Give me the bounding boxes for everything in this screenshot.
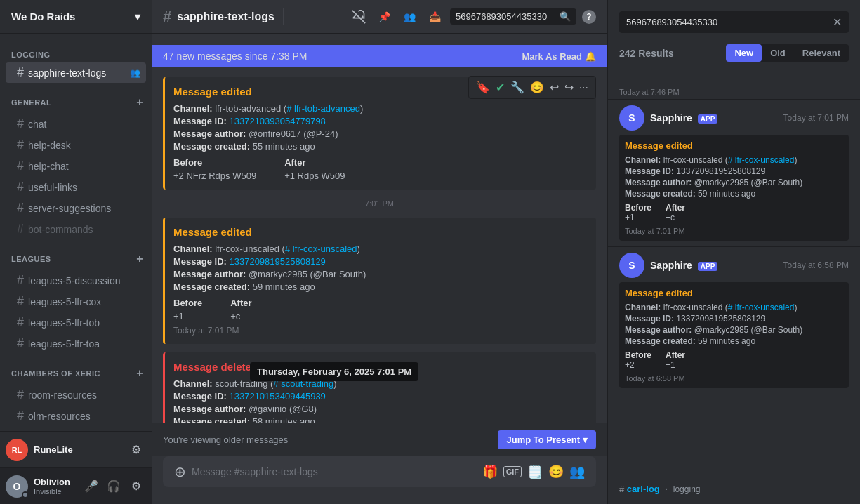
mute-button[interactable]: 🎤 xyxy=(81,477,101,496)
emoji-button[interactable]: 😊 xyxy=(548,464,564,479)
message-id-link-2[interactable]: 1337209819525808129 xyxy=(229,256,325,267)
result-content-2: Message edited Channel: lfr-cox-unscaled… xyxy=(619,282,849,388)
sidebar-item-server-suggestions[interactable]: # server-suggestions xyxy=(6,198,146,218)
search-close-button[interactable]: ✕ xyxy=(833,15,842,29)
right-panel-header: 569676893054435330 ✕ 242 Results New Old… xyxy=(608,0,860,79)
r1-channel-link[interactable]: # lfr-cox-unscaled xyxy=(728,155,795,165)
tool-forward-button[interactable]: ↪ xyxy=(563,79,575,95)
add-attachment-button[interactable]: ⊕ xyxy=(174,456,186,487)
section-logging: LOGGING xyxy=(0,39,152,62)
mark-read-button[interactable]: Mark As Read 🔔 xyxy=(522,51,597,62)
members-icon: 👥 xyxy=(130,68,140,78)
inbox-button[interactable]: 📥 xyxy=(425,7,444,27)
sidebar-item-sapphire-text-logs[interactable]: # sapphire-text-logs 👥 xyxy=(6,62,146,83)
result-author-1: Sapphire xyxy=(650,112,692,124)
channel-link-2[interactable]: # lfr-cox-unscaled xyxy=(285,244,357,254)
pin-button[interactable]: 📌 xyxy=(374,7,394,27)
runelite-info: RuneLite xyxy=(34,444,121,455)
channel-label: bot-commands xyxy=(28,224,140,235)
log-field-channel-3: Channel: scout-trading (# scout-trading) xyxy=(173,378,588,389)
tab-old[interactable]: Old xyxy=(762,44,794,62)
tool-tag-button[interactable]: 🔖 xyxy=(475,79,491,95)
sidebar-item-leagues-5-discussion[interactable]: # leagues-5-discussion xyxy=(6,270,146,291)
log-field-created-3: Message created: 58 minutes ago xyxy=(173,416,588,423)
search-bar[interactable]: 569676893054435330 🔍 xyxy=(450,8,576,25)
settings-button[interactable]: ⚙ xyxy=(126,477,146,496)
tab-new[interactable]: New xyxy=(726,44,762,62)
channel-link-1[interactable]: # lfr-tob-advanced xyxy=(286,103,360,114)
channel-list: LOGGING # sapphire-text-logs 👥 GENERAL +… xyxy=(0,34,152,431)
channel-label: leagues-5-lfr-tob xyxy=(28,317,140,329)
add-chambers-button[interactable]: + xyxy=(133,366,146,381)
tool-smile-button[interactable]: 😊 xyxy=(529,79,545,95)
channel-link-3[interactable]: # scout-trading xyxy=(273,378,333,389)
gif-button[interactable]: GIF xyxy=(503,466,522,477)
message-group-2: Message edited Channel: lfr-cox-unscaled… xyxy=(152,213,607,348)
sidebar-item-help-desk[interactable]: # help-desk xyxy=(6,135,146,155)
log-title-3: Message deleted xyxy=(173,361,588,373)
r2-footer-ts: Today at 6:58 PM xyxy=(625,374,843,383)
older-messages-text: You're viewing older messages xyxy=(163,435,288,445)
tool-wrench-button[interactable]: 🔧 xyxy=(509,79,526,95)
server-header[interactable]: We Do Raids ▾ xyxy=(0,0,152,34)
sidebar-item-chat[interactable]: # chat xyxy=(6,114,146,134)
chevron-down-icon: ▾ xyxy=(583,435,588,445)
sidebar-item-leagues-5-lfr-cox[interactable]: # leagues-5-lfr-cox xyxy=(6,291,146,312)
after-col-1: After +1 Rdps W509 xyxy=(284,157,345,181)
sidebar-item-leagues-5-lfr-toa[interactable]: # leagues-5-lfr-toa xyxy=(6,333,146,354)
sticker-button[interactable]: 🗒️ xyxy=(527,464,543,479)
date-divider-wrapper: Thursday, February 6, 2025 7:01 PM 7:01 … xyxy=(152,194,607,213)
log-field-msgid-2: Message ID: 1337209819525808129 xyxy=(173,256,588,267)
results-list[interactable]: Today at 7:46 PM S Sapphire APP Today at… xyxy=(608,79,860,475)
before-col-1: Before +2 NFrz Rdps W509 xyxy=(173,157,256,181)
runelite-settings-button[interactable]: ⚙ xyxy=(126,440,146,460)
add-leagues-button[interactable]: + xyxy=(133,251,146,267)
right-panel: 569676893054435330 ✕ 242 Results New Old… xyxy=(607,0,860,504)
tab-relevant[interactable]: Relevant xyxy=(794,44,849,62)
channel-label: chat xyxy=(28,119,140,130)
sidebar-item-help-chat[interactable]: # help-chat xyxy=(6,156,146,176)
sidebar-item-leagues-5-lfr-tob[interactable]: # leagues-5-lfr-tob xyxy=(6,312,146,333)
sidebar-item-room-resources[interactable]: # room-resources xyxy=(6,385,146,405)
tool-reply-button[interactable]: ↩ xyxy=(548,79,560,95)
result-item-1[interactable]: S Sapphire APP Today at 7:01 PM Message … xyxy=(608,100,860,247)
section-chambers: CHAMBERS OF XERIC + xyxy=(0,354,152,384)
sidebar-item-olm-resources[interactable]: # olm-resources xyxy=(6,406,146,426)
help-button[interactable]: ? xyxy=(582,10,596,24)
section-leagues: LEAGUES + xyxy=(0,240,152,270)
sidebar-item-bot-commands[interactable]: # bot-commands xyxy=(6,219,146,239)
search-value: 569676893054435330 xyxy=(456,11,547,22)
hash-icon: # xyxy=(17,273,24,288)
message-input[interactable] xyxy=(192,458,477,485)
add-general-button[interactable]: + xyxy=(133,95,146,110)
jump-to-present-button[interactable]: Jump To Present ▾ xyxy=(498,430,596,449)
members-button[interactable]: 👥 xyxy=(399,7,419,27)
message-id-link-1[interactable]: 1337210393054779798 xyxy=(229,116,325,126)
server-chevron: ▾ xyxy=(135,11,140,23)
people-plus-button[interactable]: 👥 xyxy=(569,464,585,479)
log-field-msgid-3: Message ID: 1337210153409445939 xyxy=(173,391,588,402)
user-info: Oblivion Invisible xyxy=(34,477,76,496)
deafen-button[interactable]: 🎧 xyxy=(104,477,124,496)
message-id-link-3[interactable]: 1337210153409445939 xyxy=(229,391,325,402)
messages-area[interactable]: 47 new messages since 7:38 PM Mark As Re… xyxy=(152,34,607,423)
gift-button[interactable]: 🎁 xyxy=(482,464,498,479)
after-col-2: After +c xyxy=(230,298,251,321)
before-col-2: Before +1 xyxy=(173,298,202,321)
result-app-badge-1: APP xyxy=(698,114,718,124)
tool-check-button[interactable]: ✔ xyxy=(494,79,506,95)
hash-icon: # xyxy=(17,180,24,194)
input-actions: 🎁 GIF 🗒️ 😊 👥 xyxy=(482,464,585,479)
mute-notifications-button[interactable] xyxy=(349,7,369,27)
r2-channel-link[interactable]: # lfr-cox-unscaled xyxy=(728,303,795,312)
result-item-2[interactable]: S Sapphire APP Today at 6:58 PM Message … xyxy=(608,247,860,394)
footer-hash-icon: # xyxy=(619,484,627,494)
log-field-created-2: Message created: 59 minutes ago xyxy=(173,281,588,292)
footer-logging-tag: logging xyxy=(673,484,701,494)
footer-channel-link[interactable]: carl-log xyxy=(627,484,660,494)
channel-label: server-suggestions xyxy=(28,203,140,214)
channel-header: # sapphire-text-logs 📌 👥 📥 5696768930544… xyxy=(152,0,607,34)
tool-more-button[interactable]: ··· xyxy=(578,80,590,95)
older-messages-bar: You're viewing older messages Jump To Pr… xyxy=(152,423,607,456)
sidebar-item-useful-links[interactable]: # useful-links xyxy=(6,177,146,197)
